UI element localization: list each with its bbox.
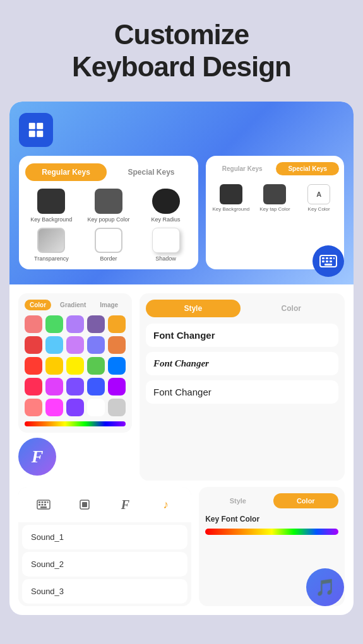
keyboard-float-button[interactable] [312, 245, 344, 277]
key-color-right: A Key Color [299, 184, 339, 212]
svg-rect-21 [40, 506, 47, 508]
regular-keys-tab-right[interactable]: Regular Keys [211, 162, 274, 175]
main-card: Regular Keys Special Keys Key Background… [9, 102, 354, 615]
shadow-item: Shadow [140, 228, 192, 262]
color-swatch[interactable] [45, 399, 63, 416]
color-swatch[interactable] [45, 357, 63, 375]
style-tab-color[interactable]: Color [244, 300, 339, 317]
style-tab-row: Style Color [146, 300, 338, 317]
music-float-button[interactable]: 🎵 [306, 568, 344, 606]
svg-rect-18 [39, 504, 40, 506]
rainbow-bar[interactable] [25, 421, 126, 426]
key-bg-right: Key Background [211, 184, 251, 212]
sound-item-3[interactable]: Sound_3 [22, 579, 187, 604]
font-circle[interactable]: F [18, 438, 56, 476]
color-swatch[interactable] [66, 378, 84, 395]
key-radius-icon[interactable] [152, 189, 180, 214]
transparency-item: Transparency [25, 228, 78, 262]
bottom-section: F ♪ Sound_1 Sound_2 Sound_3 Style Color … [9, 487, 354, 615]
svg-rect-16 [44, 501, 46, 503]
svg-rect-3 [37, 131, 43, 137]
key-radius-label: Key Radius [152, 216, 181, 223]
font-option-italic[interactable]: Font Changer [146, 352, 338, 375]
svg-rect-20 [44, 504, 46, 506]
svg-rect-2 [29, 131, 35, 137]
color-swatch[interactable] [25, 378, 42, 395]
color-swatch[interactable] [108, 336, 126, 354]
shadow-icon[interactable] [152, 228, 180, 253]
color-swatch[interactable] [108, 357, 126, 375]
special-keys-tab-right[interactable]: Special Keys [276, 162, 339, 175]
key-background-item: Key Background [25, 189, 78, 223]
color-swatch[interactable] [87, 378, 105, 395]
key-popup-item: Key popup Color [83, 189, 135, 223]
color-swatch[interactable] [45, 378, 63, 395]
color-swatch[interactable] [25, 336, 42, 354]
svg-rect-15 [42, 501, 44, 503]
color-grid [25, 315, 126, 416]
svg-rect-0 [29, 123, 35, 129]
special-keys-tab[interactable]: Special Keys [110, 163, 192, 181]
color-swatch[interactable] [45, 315, 63, 333]
border-label: Border [100, 255, 117, 262]
keyboard-icon-bar[interactable] [32, 493, 55, 516]
font-icon-bar[interactable]: F [114, 493, 136, 516]
music-icon-bar[interactable]: ♪ [155, 493, 177, 516]
color-swatch[interactable] [108, 378, 126, 395]
sound-item-2[interactable]: Sound_2 [22, 552, 187, 577]
transparency-label: Transparency [34, 255, 69, 262]
color-swatch[interactable] [108, 399, 126, 416]
keyfont-tab-color[interactable]: Color [273, 493, 338, 508]
svg-rect-6 [326, 257, 328, 259]
white-section: Color Gradient Image F Style Color Fon [9, 284, 354, 615]
color-swatch[interactable] [87, 315, 105, 333]
key-tap-right-label: Key tap Color [259, 206, 290, 212]
sound-item-1[interactable]: Sound_1 [22, 525, 187, 549]
color-swatch[interactable] [87, 357, 105, 375]
keyfont-tab-style[interactable]: Style [205, 493, 270, 508]
sound-icon-bar: F ♪ [18, 487, 191, 522]
svg-rect-10 [326, 261, 328, 262]
key-grid-right: Key Background Key tap Color A Key Color [211, 184, 339, 212]
app-logo[interactable] [19, 113, 53, 147]
color-swatch[interactable] [66, 357, 84, 375]
keyfont-rainbow-bar[interactable] [205, 529, 338, 535]
font-circle-letter: F [32, 447, 44, 467]
key-popup-icon[interactable] [95, 189, 122, 214]
color-swatch[interactable] [25, 357, 42, 375]
svg-rect-12 [324, 264, 332, 266]
key-background-icon[interactable] [37, 189, 65, 214]
key-color-right-icon[interactable]: A [307, 184, 330, 204]
blue-section: Regular Keys Special Keys Key Background… [9, 102, 354, 284]
font-option-bold[interactable]: Font Changer [146, 324, 338, 347]
color-swatch[interactable] [87, 399, 105, 416]
key-bg-right-icon[interactable] [220, 184, 242, 204]
color-tab-color[interactable]: Color [25, 300, 51, 310]
svg-rect-19 [42, 504, 44, 506]
color-tab-image[interactable]: Image [95, 300, 123, 310]
color-swatch[interactable] [66, 336, 84, 354]
color-swatch[interactable] [66, 399, 84, 416]
color-swatch[interactable] [25, 315, 42, 333]
color-swatch[interactable] [25, 399, 42, 416]
color-style-row: Color Gradient Image F Style Color Fon [9, 284, 354, 487]
svg-rect-8 [333, 257, 335, 259]
font-option-normal[interactable]: Font Changer [146, 380, 338, 404]
key-background-label: Key Background [30, 216, 72, 223]
color-tab-gradient[interactable]: Gradient [55, 300, 91, 310]
regular-keys-tab[interactable]: Regular Keys [25, 163, 107, 181]
color-swatch[interactable] [87, 336, 105, 354]
transparency-icon[interactable] [37, 228, 65, 253]
style-tab-style[interactable]: Style [146, 300, 241, 317]
color-swatch[interactable] [108, 315, 126, 333]
square-icon-bar[interactable] [73, 493, 96, 516]
key-grid-main: Key Background Key popup Color Key Radiu… [25, 189, 192, 262]
color-swatch[interactable] [66, 315, 84, 333]
key-tap-right-icon[interactable] [263, 184, 286, 204]
keyfont-tab-row: Style Color [205, 493, 338, 508]
svg-rect-11 [330, 261, 332, 262]
color-panel: Color Gradient Image [18, 293, 132, 433]
sound-panel: F ♪ Sound_1 Sound_2 Sound_3 [18, 487, 191, 606]
border-icon[interactable] [95, 228, 122, 253]
color-swatch[interactable] [45, 336, 63, 354]
